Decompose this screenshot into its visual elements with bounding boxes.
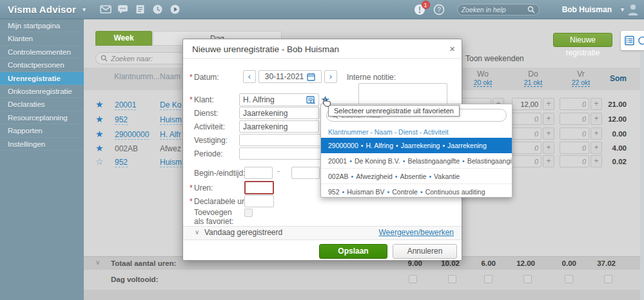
hours-cell-vr[interactable]: [560, 155, 589, 167]
column-header-naam[interactable]: Naam: [160, 72, 181, 81]
hours-cell-do[interactable]: [512, 113, 542, 125]
hours-cell-vr[interactable]: [560, 113, 589, 125]
add-hours-button[interactable]: +: [543, 127, 554, 140]
close-icon[interactable]: ×: [449, 43, 455, 54]
item-klantnummer: 002AB: [328, 173, 349, 180]
favorite-item[interactable]: 20001•De Koning B.V.•Belastingaangifte•B…: [321, 153, 512, 169]
mail-icon[interactable]: [97, 3, 114, 16]
sidebar-item-rapporten[interactable]: Rapporten: [0, 124, 84, 137]
klantnummer-link[interactable]: 952: [115, 158, 128, 167]
user-menu[interactable]: Bob Huisman: [562, 5, 612, 14]
dag-voltooid-checkbox[interactable]: [565, 275, 573, 283]
klant-input[interactable]: H. Alfring: [239, 93, 319, 106]
hours-cell-vr[interactable]: [560, 127, 589, 140]
toevoegen-als-favoriet-label: Toevoegen als favoriet:: [194, 208, 243, 226]
favorite-star-icon[interactable]: ★: [95, 114, 104, 124]
day-date-link-vr[interactable]: 22 okt: [560, 79, 602, 86]
toon-weekenden-label[interactable]: Toon weekenden: [465, 54, 524, 63]
avatar-icon[interactable]: [624, 3, 641, 16]
favorite-star-icon[interactable]: ★: [95, 99, 104, 109]
opslaan-button[interactable]: Opslaan: [319, 244, 387, 259]
begintijd-input[interactable]: [244, 167, 273, 179]
sidebar-item-urenregistratie[interactable]: Urenregistratie: [0, 72, 84, 85]
dag-voltooid-checkbox[interactable]: [523, 275, 532, 283]
eindtijd-input[interactable]: [291, 167, 320, 179]
bullet-icon: •: [387, 188, 390, 196]
day-date-link-wo[interactable]: 20 okt: [462, 79, 504, 86]
add-hours-button[interactable]: +: [543, 98, 554, 110]
uren-label: Uren:: [194, 183, 213, 192]
hours-cell-do[interactable]: [512, 155, 542, 167]
play-icon[interactable]: [166, 3, 184, 16]
item-naam: Afwezigheid: [356, 173, 393, 180]
sidebar-item-onkostenregistratie[interactable]: Onkostenregistratie: [0, 85, 84, 98]
app-menu-caret-icon[interactable]: ▾: [83, 6, 86, 13]
klantnummer-link[interactable]: 29000000: [115, 130, 149, 140]
app-title: Visma Advisor: [8, 4, 76, 15]
hours-cell-do[interactable]: [512, 98, 542, 110]
previous-day-button[interactable]: ‹: [243, 70, 256, 83]
vandaag-geregistreerd-label[interactable]: Vandaag geregistreerd: [204, 228, 282, 237]
klantnummer-link[interactable]: 952: [115, 115, 128, 125]
expand-chevron-icon[interactable]: ∨: [195, 229, 199, 236]
clock-icon[interactable]: [149, 3, 166, 16]
collapse-chevron-icon[interactable]: ∨: [95, 259, 100, 266]
hours-cell-do[interactable]: [512, 142, 542, 154]
toevoegen-als-favoriet-checkbox[interactable]: [244, 209, 253, 217]
sidebar-item-mijn-startpagina[interactable]: Mijn startpagina: [0, 19, 84, 32]
help-search-input[interactable]: Zoeken in help: [457, 4, 540, 15]
nieuwe-registratie-button[interactable]: Nieuwe registratie: [553, 33, 612, 47]
day-date-wo[interactable]: 20 okt: [474, 79, 493, 87]
sidebar-item-contactpersonen[interactable]: Contactpersonen: [0, 59, 84, 71]
klant-naam-link[interactable]: De Ko: [160, 100, 181, 110]
som-value: 0.02: [600, 158, 627, 165]
activiteit-input[interactable]: [239, 120, 319, 133]
favorite-item[interactable]: 952•Huisman BV•Controle•Continuous audit…: [321, 184, 512, 200]
dag-voltooid-checkbox[interactable]: [448, 275, 456, 283]
tijd-separator: -: [277, 167, 280, 176]
help-icon[interactable]: ?: [433, 3, 445, 16]
favorite-item[interactable]: 002AB•Afwezigheid•Absentie•Vakantie: [321, 169, 512, 184]
add-hours-button[interactable]: +: [543, 155, 554, 167]
add-hours-button[interactable]: +: [543, 113, 554, 125]
column-header-klantnummer[interactable]: Klantnumm...: [114, 72, 160, 81]
sidebar-item-resourceplanning[interactable]: Resourceplanning: [0, 111, 84, 124]
dag-voltooid-checkbox[interactable]: [484, 275, 493, 283]
sidebar-item-instellingen[interactable]: Instellingen: [0, 138, 84, 151]
dag-voltooid-checkbox[interactable]: [604, 275, 612, 283]
sidebar-item-controlemomenten[interactable]: Controlemomenten: [0, 46, 84, 59]
favorite-star-icon[interactable]: ★: [95, 129, 104, 139]
side-panel-toggle[interactable]: [621, 31, 644, 50]
tab-week[interactable]: Week: [95, 31, 152, 46]
day-date-vr[interactable]: 22 okt: [572, 79, 590, 87]
favorite-item-selected[interactable]: 29000000•H. Alfring•Jaarrekening•Jaarrek…: [321, 138, 512, 153]
dienst-input[interactable]: [239, 107, 319, 119]
klantnummer-link[interactable]: 20001: [115, 100, 136, 110]
klant-naam-link[interactable]: Huism: [160, 115, 182, 125]
sidebar-item-declaraties[interactable]: Declaraties: [0, 98, 84, 111]
notifications-icon[interactable]: 1: [413, 3, 426, 16]
declarabele-uren-input[interactable]: [244, 195, 274, 207]
hours-cell-vr[interactable]: [560, 98, 589, 110]
favorite-star-outline-icon[interactable]: ☆: [95, 156, 104, 167]
klant-naam-link[interactable]: Huism: [160, 158, 182, 167]
dag-voltooid-checkbox[interactable]: [409, 275, 417, 283]
chat-icon[interactable]: [114, 3, 132, 16]
hours-cell-do[interactable]: [512, 127, 542, 140]
day-date-do[interactable]: 21 okt: [524, 79, 543, 87]
search-icon: [527, 6, 535, 14]
next-day-button[interactable]: ›: [324, 70, 337, 83]
uren-input[interactable]: [244, 181, 274, 194]
add-hours-button[interactable]: +: [543, 142, 554, 154]
favorite-star-icon[interactable]: ★: [95, 143, 104, 153]
weergeven-bewerken-link[interactable]: Weergeven/bewerken: [378, 228, 454, 237]
hours-cell-vr[interactable]: [560, 142, 589, 154]
day-date-link-do[interactable]: 21 okt: [512, 79, 554, 86]
annuleren-button[interactable]: Annuleren: [393, 244, 457, 259]
klant-naam-link[interactable]: H. Alfr: [160, 130, 181, 140]
report-icon[interactable]: [132, 3, 149, 16]
visma-advisor-app: Visma Advisor ▾ 1 ? Zoeken in he: [0, 0, 644, 300]
datum-input[interactable]: 30-11-2021: [259, 70, 322, 83]
sidebar-item-klanten[interactable]: Klanten: [0, 32, 84, 45]
divider: [550, 3, 551, 17]
